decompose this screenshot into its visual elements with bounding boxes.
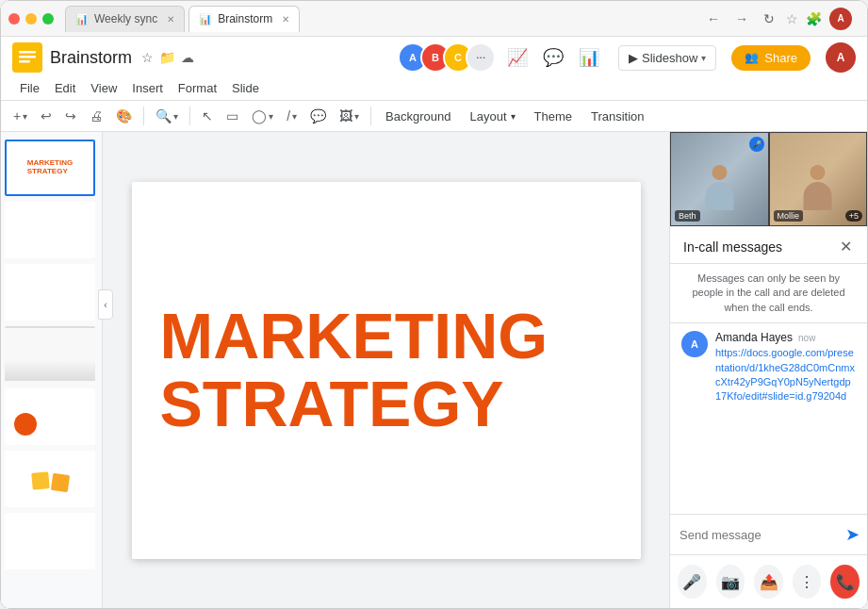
slide-thumbnail-5[interactable] [5,388,95,445]
slide-canvas[interactable]: MARKETING STRATEGY [132,182,641,559]
mic-icon: 🎤 [682,573,701,591]
background-label: Background [385,109,450,123]
title-bar: 📊 Weekly sync ✕ 📊 Brainstorm ✕ ← → ↻ ☆ 🧩… [1,1,867,37]
close-incall-button[interactable]: ✕ [838,236,854,257]
menu-edit[interactable]: Edit [47,78,83,98]
shapes-dropdown: ▾ [269,111,273,122]
share-icon: 👥 [745,51,759,64]
tab-icon-weekly: 📊 [75,13,89,25]
tab-brainstorm[interactable]: 📊 Brainstorm ✕ [188,6,300,32]
person-silhouette-1 [698,159,741,225]
minimize-window-button[interactable] [25,13,37,25]
video-thumb-1[interactable]: 🎤 Beth [670,132,769,226]
slide-panel: 1 MARKETINGSTRATEGY 2 [1,132,103,608]
trend-icon-button[interactable]: 📈 [503,43,532,72]
thumb-content-5 [31,408,69,425]
slide-thumbnail-6[interactable] [5,451,95,507]
shapes-button[interactable]: ◯ ▾ [247,105,278,127]
redo-icon: ↪ [65,108,76,123]
back-button[interactable]: ← [703,9,724,28]
incall-notice: Messages can only be seen by people in t… [670,264,867,323]
star-title-icon[interactable]: ☆ [141,50,154,65]
undo-button[interactable]: ↩ [36,105,57,127]
slide-thumbnail-1[interactable]: MARKETINGSTRATEGY [5,140,95,196]
textbox-icon: ▭ [226,108,238,123]
forward-button[interactable]: → [731,9,752,28]
video-extra-count: +5 [845,210,862,222]
background-button[interactable]: Background [378,106,458,127]
menu-format[interactable]: Format [171,78,224,98]
message-input-field[interactable] [680,528,838,542]
zoom-button[interactable]: 🔍 ▾ [151,105,183,127]
title-icons: ☆ 📁 ☁ [141,50,194,65]
incall-messages-panel: In-call messages ✕ Messages can only be … [670,226,867,554]
message-content-1: Amanda Hayes now https://docs.google.com… [715,331,856,404]
toolbar: + ▾ ↩ ↪ 🖨 🎨 🔍 ▾ ↖ [1,101,867,132]
more-options-button[interactable]: ⋮ [793,565,822,599]
theme-button[interactable]: Theme [527,106,580,127]
thumb-content-2 [46,213,54,248]
send-message-button[interactable]: ➤ [843,522,861,547]
slide-thumbnail-3[interactable] [5,264,95,321]
close-window-button[interactable] [8,13,20,25]
print-button[interactable]: 🖨 [85,105,107,127]
slide-thumbnail-7[interactable] [5,513,95,569]
tab-weekly-sync[interactable]: 📊 Weekly sync ✕ [65,6,185,32]
folder-title-icon[interactable]: 📁 [159,50,175,65]
extensions-icon[interactable]: 🧩 [806,11,822,26]
thumb-sq-2 [50,473,69,492]
add-dropdown-icon: ▾ [23,111,27,122]
thumb-sq-1 [31,471,50,490]
menu-slide[interactable]: Slide [224,78,267,98]
svg-rect-1 [19,51,36,54]
select-tool-button[interactable]: ↖ [197,105,218,127]
tab-label-brainstorm: Brainstorm [218,12,272,25]
incall-title: In-call messages [683,239,782,255]
video-thumb-2[interactable]: Mollie +5 [769,132,868,226]
layout-label: Layout [469,109,506,123]
chart-icon-button[interactable]: 📊 [575,43,603,72]
user-profile-button[interactable]: A [826,42,856,73]
video-name-2: Mollie [774,210,804,222]
maximize-window-button[interactable] [42,13,54,25]
app-container: Brainstorm ☆ 📁 ☁ A B C ⋯ 📈 💬 📊 [1,37,867,608]
menu-view[interactable]: View [83,78,124,98]
end-call-button[interactable]: 📞 [830,565,860,599]
panel-toggle-button[interactable]: ‹ [98,289,113,320]
image-button[interactable]: 🖼 ▾ [335,105,364,127]
messages-list: A Amanda Hayes now https://docs.google.c… [670,323,867,514]
bookmark-icon[interactable]: ☆ [786,11,798,26]
head-1 [712,165,727,180]
toolbar-divider-3 [370,107,371,125]
transition-button[interactable]: Transition [583,106,652,127]
line-button[interactable]: / ▾ [282,105,302,127]
avatar-extra[interactable]: ⋯ [466,42,496,73]
paint-button[interactable]: 🎨 [111,105,137,127]
cloud-title-icon[interactable]: ☁ [181,50,194,65]
layout-button[interactable]: Layout ▾ [462,106,522,127]
message-link-1[interactable]: https://docs.google.com/presentation/d/1… [715,346,856,404]
camera-icon: 📷 [721,573,740,591]
share-screen-button[interactable]: 📤 [754,565,783,599]
add-button[interactable]: + ▾ [8,105,32,127]
app-window: 📊 Weekly sync ✕ 📊 Brainstorm ✕ ← → ↻ ☆ 🧩… [0,0,868,609]
paint-icon: 🎨 [116,108,132,123]
comment-button[interactable]: 💬 [305,105,331,127]
tab-close-brainstorm[interactable]: ✕ [282,14,289,25]
profile-button[interactable]: A [829,8,852,30]
slide-thumbnail-4[interactable] [5,326,95,383]
tab-close-weekly[interactable]: ✕ [167,14,174,25]
slide-thumbnail-2[interactable] [5,202,95,258]
share-button[interactable]: 👥 Share [731,45,811,71]
image-dropdown: ▾ [354,111,359,122]
redo-button[interactable]: ↪ [60,105,81,127]
mute-button[interactable]: 🎤 [678,565,707,599]
slideshow-button[interactable]: ▶ Slideshow ▾ [618,45,716,71]
video-bar: 🎤 Beth Mollie +5 [670,132,867,226]
textbox-button[interactable]: ▭ [221,105,243,127]
menu-insert[interactable]: Insert [124,78,171,98]
menu-file[interactable]: File [12,78,47,98]
camera-button[interactable]: 📷 [716,565,745,599]
reload-button[interactable]: ↻ [760,9,778,28]
chat-icon-button[interactable]: 💬 [539,43,567,72]
